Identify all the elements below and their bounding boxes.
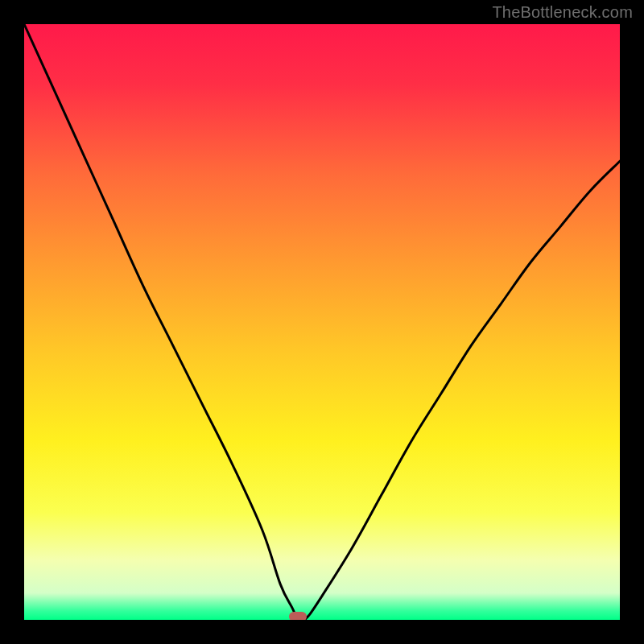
optimum-marker: [289, 612, 307, 620]
svg-rect-0: [24, 24, 620, 620]
chart-frame: TheBottleneck.com: [0, 0, 644, 644]
watermark-text: TheBottleneck.com: [492, 3, 633, 22]
gradient-background: [24, 24, 620, 620]
plot-area: [24, 24, 620, 620]
